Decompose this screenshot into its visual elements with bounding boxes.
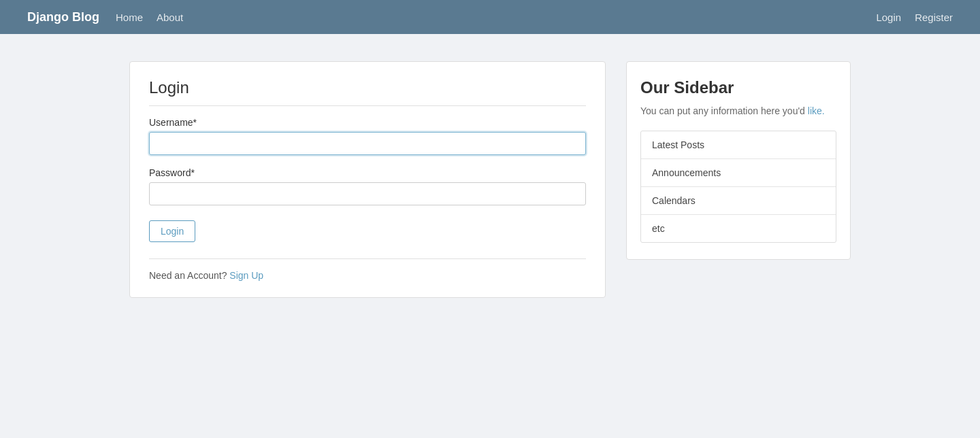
navbar-brand[interactable]: Django Blog: [27, 10, 99, 24]
main-content: Login Username* Password* Login Need an …: [0, 34, 980, 325]
password-input[interactable]: [149, 182, 586, 205]
signup-link[interactable]: Sign Up: [229, 270, 263, 281]
username-group: Username*: [149, 117, 586, 155]
nav-home[interactable]: Home: [116, 12, 143, 23]
username-input[interactable]: [149, 132, 586, 155]
sidebar-description: You can put any information here you'd l…: [640, 104, 836, 118]
navbar: Django Blog Home About Login Register: [0, 0, 980, 34]
sidebar-item-announcements: Announcements: [641, 159, 836, 187]
sidebar-item-latest-posts: Latest Posts: [641, 131, 836, 159]
login-card: Login Username* Password* Login Need an …: [129, 61, 606, 298]
login-title: Login: [149, 78, 586, 106]
password-label: Password*: [149, 167, 586, 178]
password-group: Password*: [149, 167, 586, 205]
login-footer: Need an Account? Sign Up: [149, 258, 586, 281]
login-form: Username* Password* Login: [149, 117, 586, 242]
sidebar-desc-link[interactable]: like.: [808, 105, 825, 116]
sidebar-item-calendars: Calendars: [641, 187, 836, 215]
nav-login[interactable]: Login: [876, 12, 901, 23]
sidebar-desc-text: You can put any information here you'd: [640, 105, 805, 116]
nav-about[interactable]: About: [157, 12, 183, 23]
username-label: Username*: [149, 117, 586, 128]
sidebar-list: Latest Posts Announcements Calendars etc: [640, 131, 836, 243]
login-button[interactable]: Login: [149, 220, 195, 242]
navbar-right: Login Register: [876, 12, 953, 23]
sidebar-card: Our Sidebar You can put any information …: [626, 61, 851, 260]
nav-register[interactable]: Register: [915, 12, 953, 23]
navbar-nav: Home About: [116, 12, 183, 23]
sidebar-item-etc: etc: [641, 215, 836, 242]
navbar-left: Django Blog Home About: [27, 10, 183, 24]
need-account-text: Need an Account?: [149, 270, 227, 281]
sidebar-title: Our Sidebar: [640, 78, 836, 97]
